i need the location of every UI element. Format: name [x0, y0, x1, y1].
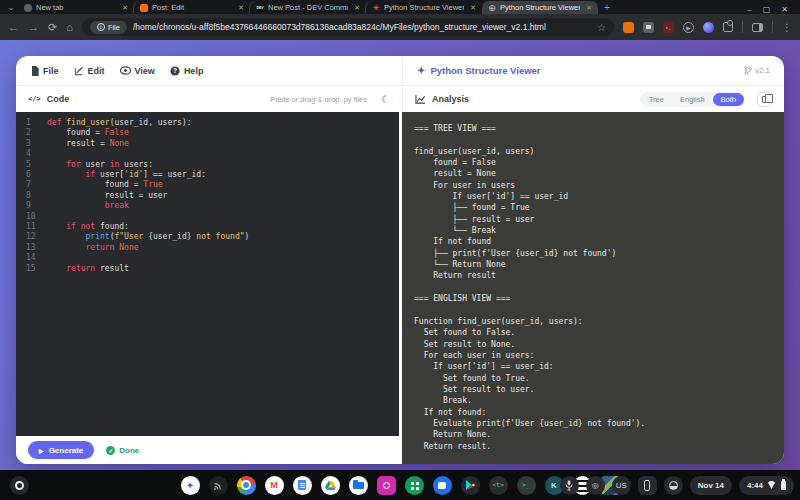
analysis-line: Function find_user(user_id, users): — [414, 316, 776, 327]
close-button[interactable]: ✕ — [781, 5, 788, 14]
browser-menu-icon[interactable]: ⋮ — [782, 22, 792, 33]
files-app-icon[interactable] — [349, 476, 368, 495]
file-scheme-chip[interactable]: i File — [90, 21, 127, 34]
microphone-status-icon[interactable] — [560, 476, 579, 495]
code-line: 1def find_user(user_id, users): — [26, 118, 399, 128]
tab-label: Python Structure Viewer — [500, 3, 580, 12]
analysis-line: Set result to user. — [414, 384, 776, 395]
view-button-english[interactable]: English — [672, 93, 713, 106]
eye-icon — [120, 66, 131, 75]
drive-icon[interactable] — [321, 476, 340, 495]
sparkle-icon: ✦ — [417, 65, 425, 76]
code-line: 5 for user in users: — [26, 160, 399, 170]
back-icon[interactable]: ← — [8, 22, 19, 33]
generate-button[interactable]: ▶ Generate — [28, 441, 94, 459]
play-store-icon[interactable] — [461, 476, 480, 495]
analysis-line: ├── result = user — [414, 214, 776, 225]
chat-app-icon[interactable] — [433, 476, 452, 495]
view-button-tree[interactable]: Tree — [641, 93, 672, 106]
tab-dev-community[interactable]: DEV New Post - DEV Community ✕ — [250, 1, 366, 14]
line-number: 12 — [26, 232, 37, 242]
tab-label: New Post - DEV Community — [268, 3, 348, 12]
terminal-app-icon[interactable]: >_ — [517, 476, 536, 495]
code-line: 15 return result — [26, 264, 399, 274]
analysis-line: Set found to False. — [414, 327, 776, 338]
info-icon: i — [97, 23, 105, 31]
address-bar[interactable]: i File /home/chronos/u-aff8f5be437664466… — [82, 18, 614, 36]
view-button-both[interactable]: Both — [713, 93, 744, 106]
tab-claude[interactable]: ✳ Python Structure Viewer 1 - Cla ✕ — [366, 1, 482, 14]
media-controls-icon[interactable]: ▶ — [683, 22, 694, 33]
line-number: 5 — [26, 160, 37, 170]
line-number: 1 — [26, 118, 37, 128]
tab-new-tab[interactable]: New tab ✕ — [18, 1, 134, 14]
analysis-line: ├── found = True — [414, 202, 776, 213]
camera-app-icon[interactable] — [377, 476, 396, 495]
menu-view[interactable]: View — [120, 66, 155, 76]
analysis-line: Return None. — [414, 429, 776, 440]
side-panel-icon[interactable] — [752, 23, 763, 32]
restore-button[interactable]: ▢ — [763, 5, 771, 14]
docs-icon[interactable] — [293, 476, 312, 495]
reload-icon[interactable]: ⟳ — [48, 22, 57, 33]
tab-search-icon[interactable]: ⌄ — [4, 2, 18, 14]
status-tray-icon[interactable] — [664, 476, 683, 495]
extensions-puzzle-icon[interactable] — [723, 22, 733, 32]
code-editor[interactable]: 1def find_user(user_id, users):2 found =… — [16, 112, 399, 436]
extension-icon-purple[interactable] — [703, 22, 714, 33]
app-title-text: Python Structure Viewer — [430, 65, 540, 76]
status-area[interactable]: 4:44 — [739, 476, 794, 495]
analysis-output[interactable]: === TREE VIEW === find_user(user_id, use… — [402, 112, 784, 464]
chrome-icon[interactable] — [237, 476, 256, 495]
play-games-icon[interactable] — [405, 476, 424, 495]
copy-button[interactable] — [757, 92, 772, 107]
analysis-line: If not found: — [414, 407, 776, 418]
menu-help[interactable]: ? Help — [170, 66, 204, 76]
text-app-icon[interactable]: <t> — [489, 476, 508, 495]
check-icon: ✓ — [106, 446, 115, 455]
forward-icon[interactable]: → — [28, 22, 39, 33]
tab-python-structure-viewer[interactable]: ⊕ Python Structure Viewer ✕ — [482, 1, 598, 14]
extension-icon-orange[interactable] — [623, 22, 634, 33]
date-pill[interactable]: Nov 14 — [690, 476, 732, 495]
launcher-button[interactable] — [10, 476, 29, 495]
tab-label: Python Structure Viewer 1 - Cla — [384, 3, 464, 12]
screen-record-icon[interactable]: ◎ — [586, 476, 605, 495]
chart-icon — [415, 94, 426, 104]
app-card: File Edit View ? Help — [16, 56, 784, 464]
tab-close-icon[interactable]: ✕ — [354, 4, 360, 12]
extension-icon-terminal[interactable]: ›_ — [663, 22, 674, 33]
version-text: v2.1 — [755, 66, 770, 75]
gmail-icon[interactable]: M — [265, 476, 284, 495]
phone-glyph-icon — [644, 480, 650, 491]
tab-close-icon[interactable]: ✕ — [238, 4, 244, 12]
menu-file[interactable]: File — [30, 66, 59, 76]
line-number: 8 — [26, 191, 37, 201]
code-line: 14 — [26, 253, 399, 263]
menu-edit[interactable]: Edit — [74, 66, 105, 76]
analysis-line: Evaluate print(f'User {user_id} not foun… — [414, 418, 776, 429]
phone-hub-icon[interactable] — [638, 476, 657, 495]
assistant-icon[interactable]: ✦ — [181, 476, 200, 495]
analysis-line: Break. — [414, 395, 776, 406]
bookmark-star-icon[interactable]: ☆ — [597, 22, 606, 33]
tab-close-icon[interactable]: ✕ — [470, 4, 476, 12]
version-badge: v2.1 — [744, 66, 770, 75]
dark-mode-toggle-icon[interactable]: ☾ — [381, 94, 390, 105]
line-number: 4 — [26, 149, 37, 159]
screencast-icon[interactable] — [209, 476, 228, 495]
extension-icon-screenshot[interactable] — [643, 22, 654, 33]
wifi-icon — [767, 481, 776, 489]
browser-tab-strip: ⌄ New tab ✕ Post: Edit ✕ DEV New Post - … — [0, 0, 800, 14]
address-url[interactable]: /home/chronos/u-aff8f5be43766446660073d7… — [133, 22, 591, 32]
home-icon[interactable]: ⌂ — [66, 22, 73, 33]
help-icon: ? — [170, 66, 180, 76]
minimize-button[interactable]: – — [747, 5, 751, 14]
tab-post-edit[interactable]: Post: Edit ✕ — [134, 1, 250, 14]
tab-close-icon[interactable]: ✕ — [122, 4, 128, 12]
new-tab-favicon — [24, 4, 32, 12]
paste-hint: Paste or drag & drop .py files — [270, 95, 367, 104]
keyboard-layout-indicator[interactable]: US — [612, 476, 631, 495]
new-tab-button[interactable]: + — [604, 2, 610, 14]
tab-close-icon[interactable]: ✕ — [586, 4, 592, 12]
